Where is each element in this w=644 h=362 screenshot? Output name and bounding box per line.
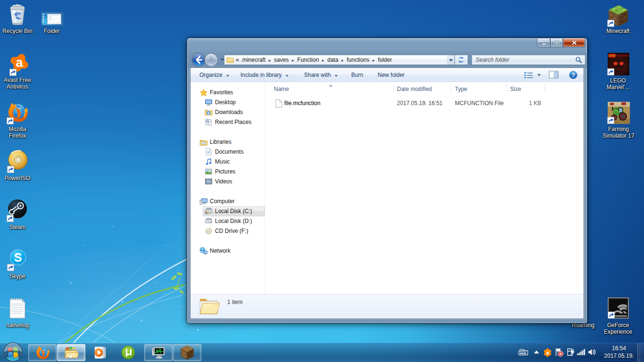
svg-text:LEGO: LEGO <box>608 54 616 57</box>
svg-text:a: a <box>16 56 23 70</box>
svg-text:?: ? <box>571 72 575 78</box>
svg-text:S: S <box>14 251 22 264</box>
svg-text:a: a <box>546 350 549 355</box>
svg-text:AVENGERS: AVENGERS <box>615 54 629 57</box>
